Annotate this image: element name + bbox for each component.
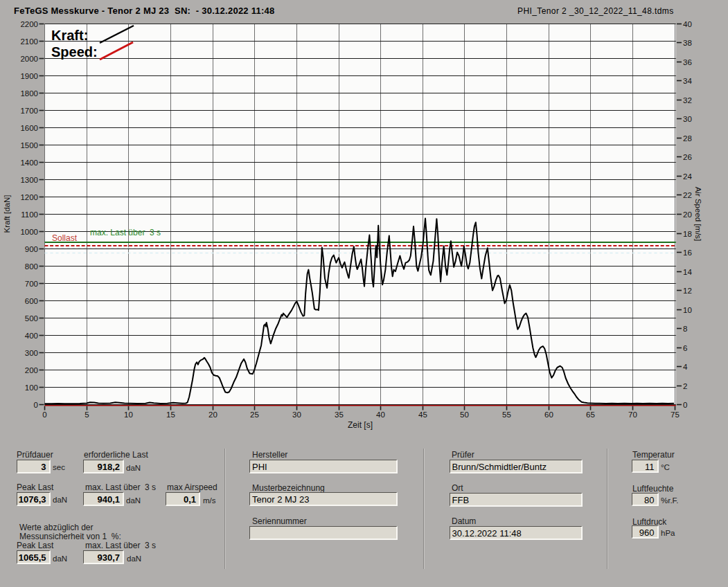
svg-text:Sollast: Sollast xyxy=(52,233,78,243)
svg-text:45: 45 xyxy=(418,410,427,419)
svg-text:2100: 2100 xyxy=(20,37,38,46)
svg-text:36: 36 xyxy=(683,58,692,66)
svg-text:400: 400 xyxy=(25,332,38,340)
svg-text:Zeit [s]: Zeit [s] xyxy=(348,420,373,430)
svg-text:4: 4 xyxy=(683,363,688,371)
svg-text:55: 55 xyxy=(502,410,511,419)
svg-text:5: 5 xyxy=(85,410,89,419)
svg-text:65: 65 xyxy=(586,410,595,419)
svg-text:1700: 1700 xyxy=(20,107,38,115)
svg-text:70: 70 xyxy=(628,410,637,419)
svg-text:40: 40 xyxy=(683,20,692,28)
svg-text:10: 10 xyxy=(683,306,692,314)
svg-text:0: 0 xyxy=(683,401,687,409)
svg-text:15: 15 xyxy=(166,410,175,419)
svg-text:22: 22 xyxy=(683,191,692,199)
svg-text:300: 300 xyxy=(25,349,38,357)
svg-text:1300: 1300 xyxy=(20,176,38,184)
svg-text:8: 8 xyxy=(683,325,687,333)
svg-text:40: 40 xyxy=(376,410,385,419)
svg-text:2: 2 xyxy=(683,382,687,390)
svg-text:12: 12 xyxy=(683,287,692,295)
svg-text:200: 200 xyxy=(25,366,38,374)
svg-text:1400: 1400 xyxy=(20,159,38,167)
svg-text:900: 900 xyxy=(25,245,38,253)
svg-text:30: 30 xyxy=(683,115,692,123)
svg-text:100: 100 xyxy=(25,383,38,392)
svg-text:20: 20 xyxy=(683,210,692,219)
svg-text:20: 20 xyxy=(208,410,217,419)
svg-text:60: 60 xyxy=(544,410,553,419)
svg-text:Kraft:: Kraft: xyxy=(51,28,88,43)
svg-text:2000: 2000 xyxy=(20,55,38,63)
svg-text:1600: 1600 xyxy=(20,124,38,132)
svg-text:32: 32 xyxy=(683,96,692,105)
svg-text:1900: 1900 xyxy=(20,72,38,80)
svg-text:Air Speed [m/s]: Air Speed [m/s] xyxy=(694,187,702,242)
svg-text:26: 26 xyxy=(683,153,692,161)
svg-text:500: 500 xyxy=(25,314,38,323)
svg-text:1100: 1100 xyxy=(21,210,38,219)
svg-text:max. Last über 3 s: max. Last über 3 s xyxy=(90,228,161,237)
svg-text:1500: 1500 xyxy=(20,141,38,150)
svg-text:6: 6 xyxy=(683,344,687,352)
svg-text:0: 0 xyxy=(42,410,46,419)
svg-text:38: 38 xyxy=(683,39,692,47)
svg-text:18: 18 xyxy=(683,230,692,238)
svg-text:1000: 1000 xyxy=(20,228,38,236)
svg-text:35: 35 xyxy=(335,410,344,419)
svg-text:14: 14 xyxy=(683,268,692,276)
svg-text:1800: 1800 xyxy=(20,89,38,98)
svg-text:34: 34 xyxy=(683,77,692,85)
svg-text:50: 50 xyxy=(460,410,469,419)
svg-text:0: 0 xyxy=(34,401,38,409)
svg-text:25: 25 xyxy=(250,410,259,419)
svg-text:10: 10 xyxy=(124,410,133,419)
svg-text:30: 30 xyxy=(292,410,301,419)
svg-text:28: 28 xyxy=(683,134,692,143)
svg-text:600: 600 xyxy=(25,297,38,305)
svg-text:Kraft [daN]: Kraft [daN] xyxy=(3,195,11,233)
svg-text:75: 75 xyxy=(671,410,680,419)
svg-text:1200: 1200 xyxy=(20,193,38,201)
svg-text:2200: 2200 xyxy=(20,20,38,28)
svg-text:800: 800 xyxy=(25,262,38,271)
svg-text:24: 24 xyxy=(683,172,692,181)
svg-text:Speed:: Speed: xyxy=(51,44,98,60)
svg-text:16: 16 xyxy=(683,249,692,257)
svg-text:700: 700 xyxy=(25,280,38,288)
